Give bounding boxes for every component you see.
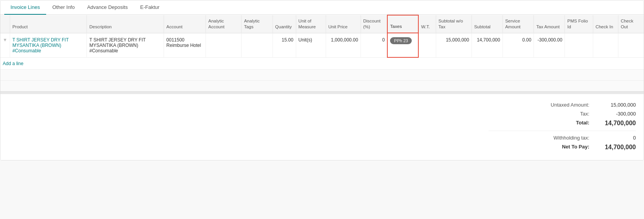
cell-quantity: 15.00 [273, 33, 296, 57]
invoice-lines-table-wrapper: Product Description Account Analytic Acc… [0, 15, 644, 91]
withholding-tax-label: Withholding tax: [489, 135, 589, 141]
cell-check-in [593, 33, 618, 57]
col-product: Product [10, 15, 87, 33]
cell-service-amount: 0.00 [502, 33, 534, 57]
invoice-lines-table: Product Description Account Analytic Acc… [0, 15, 644, 91]
cell-analytic-account [206, 33, 242, 57]
summary-table: Untaxed Amount: 15,000,000 Tax: -300,000… [489, 100, 636, 152]
col-check-out: Check Out [618, 15, 644, 33]
empty-row-2 [0, 81, 644, 91]
add-line-button[interactable]: Add a line [0, 57, 644, 70]
col-taxes: Taxes [387, 15, 418, 33]
table-header-row: Product Description Account Analytic Acc… [0, 15, 644, 33]
row-sort-handle: ▼ [0, 33, 10, 57]
col-quantity: Quantity [273, 15, 296, 33]
cell-tax-amount: -300,000.00 [534, 33, 565, 57]
cell-subtotal: 14,700,000 [471, 33, 502, 57]
col-uom: Unit of Measure [296, 15, 326, 33]
untaxed-amount-value: 15,000,000 [589, 102, 636, 108]
add-line-row[interactable]: Add a line [0, 57, 644, 70]
col-service-amount: Service Amount [502, 15, 534, 33]
cell-uom: Unit(s) [296, 33, 326, 57]
col-tax-amount: Tax Amount [534, 15, 565, 33]
cell-check-out [618, 33, 644, 57]
empty-row-1 [0, 70, 644, 81]
net-to-pay-label: Net To Pay: [489, 144, 589, 151]
tab-advance-deposits[interactable]: Advance Deposits [81, 0, 134, 15]
col-pms-folio-id: PMS Folio Id [565, 15, 593, 33]
net-to-pay-value: 14,700,000 [589, 144, 636, 151]
tax-value: -300,000 [589, 111, 636, 117]
total-label: Total: [489, 120, 589, 127]
cell-unit-price: 1,000,000.00 [326, 33, 361, 57]
summary-section: Untaxed Amount: 15,000,000 Tax: -300,000… [0, 94, 644, 160]
total-row: Total: 14,700,000 [489, 118, 636, 128]
tax-badge: PPh 23 [390, 37, 412, 44]
cell-subtotal-wo-tax: 15,000,000 [436, 33, 471, 57]
col-analytic-account: Analytic Account [206, 15, 242, 33]
cell-analytic-tags [242, 33, 273, 57]
col-check-in: Check In [593, 15, 618, 33]
col-discount: Discount (%) [361, 15, 387, 33]
col-analytic-tags: Analytic Tags [242, 15, 273, 33]
cell-description: T SHIRT JERSEY DRY FIT MYSANTIKA (BROWN)… [87, 33, 164, 57]
total-value: 14,700,000 [589, 120, 636, 127]
tab-invoice-lines[interactable]: Invoice Lines [4, 0, 46, 15]
col-sort [0, 15, 10, 33]
net-to-pay-row: Net To Pay: 14,700,000 [489, 142, 636, 152]
tab-other-info[interactable]: Other Info [46, 0, 81, 15]
withholding-tax-row: Withholding tax: 0 [489, 133, 636, 142]
cell-taxes: PPh 23 [387, 33, 418, 57]
tax-label: Tax: [489, 111, 589, 117]
col-subtotal-wo-tax: Subtotal w/o Tax [436, 15, 471, 33]
col-account: Account [164, 15, 206, 33]
withholding-tax-value: 0 [589, 135, 636, 141]
untaxed-amount-row: Untaxed Amount: 15,000,000 [489, 100, 636, 109]
col-unit-price: Unit Price [326, 15, 361, 33]
tab-e-faktur[interactable]: E-Faktur [134, 0, 166, 15]
cell-account: 0011500 Reimburse Hotel [164, 33, 206, 57]
cell-product[interactable]: T SHIRT JERSEY DRY FIT MYSANTIKA (BROWN)… [10, 33, 87, 57]
summary-divider [489, 131, 636, 131]
tabs-bar: Invoice Lines Other Info Advance Deposit… [0, 0, 644, 15]
col-subtotal: Subtotal [471, 15, 502, 33]
untaxed-amount-label: Untaxed Amount: [489, 102, 589, 108]
table-row[interactable]: ▼ T SHIRT JERSEY DRY FIT MYSANTIKA (BROW… [0, 33, 644, 57]
cell-discount: 0 [361, 33, 387, 57]
cell-pms-folio-id [565, 33, 593, 57]
tax-row: Tax: -300,000 [489, 109, 636, 118]
invoice-container: Invoice Lines Other Info Advance Deposit… [0, 0, 644, 160]
col-description: Description [87, 15, 164, 33]
cell-wt [418, 33, 436, 57]
col-wt: W.T. [418, 15, 436, 33]
